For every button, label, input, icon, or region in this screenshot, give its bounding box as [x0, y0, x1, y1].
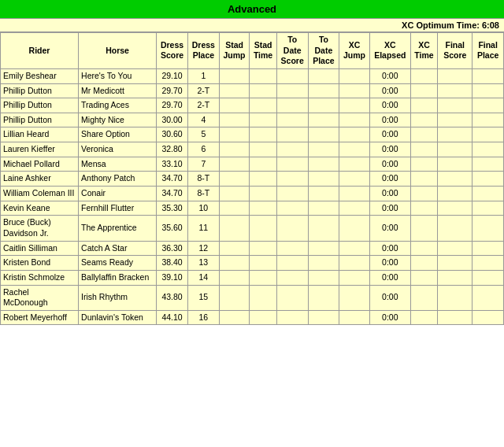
cell-to-date-score: [276, 127, 308, 142]
cell-dress-place: 13: [187, 256, 219, 271]
cell-xc-time: [410, 68, 437, 83]
cell-final-score: [438, 201, 472, 216]
cell-xc-jump: [339, 310, 370, 325]
cell-horse: The Apprentice: [79, 216, 157, 241]
cell-stad-jump: [219, 83, 250, 98]
cell-xc-elapsed: 0:00: [369, 172, 410, 187]
cell-xc-jump: [339, 127, 370, 142]
cell-stad-time: [250, 127, 276, 142]
cell-xc-jump: [339, 187, 370, 201]
cell-final-score: [438, 270, 472, 285]
cell-stad-jump: [219, 98, 250, 113]
cell-dress-place: 12: [187, 241, 219, 256]
cell-xc-jump: [339, 270, 370, 285]
title-bar: Advanced: [0, 0, 504, 18]
cell-xc-jump: [339, 98, 370, 113]
header-horse: Horse: [79, 33, 157, 69]
cell-xc-jump: [339, 142, 370, 157]
table-row: Kevin KeaneFernhill Flutter35.30100:00: [1, 201, 504, 216]
cell-xc-time: [410, 127, 437, 142]
cell-to-date-score: [276, 256, 308, 271]
cell-xc-jump: [339, 68, 370, 83]
cell-stad-time: [250, 98, 276, 113]
cell-rider: Phillip Dutton: [1, 113, 79, 127]
cell-xc-elapsed: 0:00: [369, 241, 410, 256]
cell-horse: Ballylaffin Bracken: [79, 270, 157, 285]
cell-xc-time: [410, 98, 437, 113]
cell-stad-jump: [219, 256, 250, 271]
cell-rider: Emily Beshear: [1, 68, 79, 83]
cell-stad-jump: [219, 142, 250, 157]
cell-rider: Laine Ashker: [1, 172, 79, 187]
cell-final-place: [472, 216, 504, 241]
cell-to-date-score: [276, 241, 308, 256]
cell-dress-place: 2-T: [187, 83, 219, 98]
cell-xc-jump: [339, 172, 370, 187]
cell-final-place: [472, 157, 504, 172]
cell-rider: Phillip Dutton: [1, 98, 79, 113]
cell-final-place: [472, 83, 504, 98]
cell-horse: Mr Medicott: [79, 83, 157, 98]
cell-rider: Kevin Keane: [1, 201, 79, 216]
cell-to-date-score: [276, 285, 308, 310]
cell-to-date-place: [308, 142, 339, 157]
cell-final-score: [438, 113, 472, 127]
cell-to-date-place: [308, 310, 339, 325]
cell-to-date-place: [308, 216, 339, 241]
cell-final-score: [438, 98, 472, 113]
cell-horse: Fernhill Flutter: [79, 201, 157, 216]
cell-dress-score: 29.70: [157, 83, 188, 98]
cell-dress-place: 2-T: [187, 98, 219, 113]
cell-to-date-score: [276, 68, 308, 83]
cell-xc-elapsed: 0:00: [369, 142, 410, 157]
cell-final-score: [438, 241, 472, 256]
cell-stad-time: [250, 187, 276, 201]
cell-rider: Bruce (Buck) Davidson Jr.: [1, 216, 79, 241]
cell-to-date-score: [276, 187, 308, 201]
cell-dress-score: 38.40: [157, 256, 188, 271]
cell-final-place: [472, 201, 504, 216]
cell-final-score: [438, 127, 472, 142]
cell-horse: Seams Ready: [79, 256, 157, 271]
cell-xc-jump: [339, 157, 370, 172]
table-row: Laine AshkerAnthony Patch34.708-T0:00: [1, 172, 504, 187]
cell-horse: Here's To You: [79, 68, 157, 83]
cell-to-date-place: [308, 256, 339, 271]
cell-stad-jump: [219, 113, 250, 127]
header-xc-elapsed: XC Elapsed: [369, 33, 410, 69]
cell-to-date-place: [308, 172, 339, 187]
header-to-date-score: To Date Score: [276, 33, 308, 69]
cell-final-place: [472, 310, 504, 325]
table-row: Phillip DuttonMighty Nice30.0040:00: [1, 113, 504, 127]
cell-stad-time: [250, 310, 276, 325]
cell-xc-time: [410, 310, 437, 325]
cell-rider: Kristen Bond: [1, 256, 79, 271]
cell-xc-jump: [339, 113, 370, 127]
header-dress-place: Dress Place: [187, 33, 219, 69]
cell-to-date-place: [308, 187, 339, 201]
table-row: Bruce (Buck) Davidson Jr.The Apprentice3…: [1, 216, 504, 241]
cell-xc-time: [410, 83, 437, 98]
cell-final-score: [438, 172, 472, 187]
cell-stad-time: [250, 270, 276, 285]
cell-xc-elapsed: 0:00: [369, 201, 410, 216]
cell-dress-place: 14: [187, 270, 219, 285]
table-row: William Coleman IIIConair34.708-T0:00: [1, 187, 504, 201]
cell-stad-jump: [219, 172, 250, 187]
cell-stad-jump: [219, 201, 250, 216]
table-row: Lauren KiefferVeronica32.8060:00: [1, 142, 504, 157]
cell-xc-jump: [339, 285, 370, 310]
cell-to-date-place: [308, 98, 339, 113]
cell-to-date-score: [276, 270, 308, 285]
cell-final-place: [472, 113, 504, 127]
cell-to-date-place: [308, 157, 339, 172]
cell-to-date-place: [308, 68, 339, 83]
optimum-time: XC Optimum Time: 6:08: [402, 20, 499, 30]
cell-stad-time: [250, 256, 276, 271]
cell-dress-score: 44.10: [157, 310, 188, 325]
cell-final-score: [438, 187, 472, 201]
cell-stad-time: [250, 157, 276, 172]
cell-xc-time: [410, 216, 437, 241]
cell-to-date-place: [308, 241, 339, 256]
cell-rider: Michael Pollard: [1, 157, 79, 172]
